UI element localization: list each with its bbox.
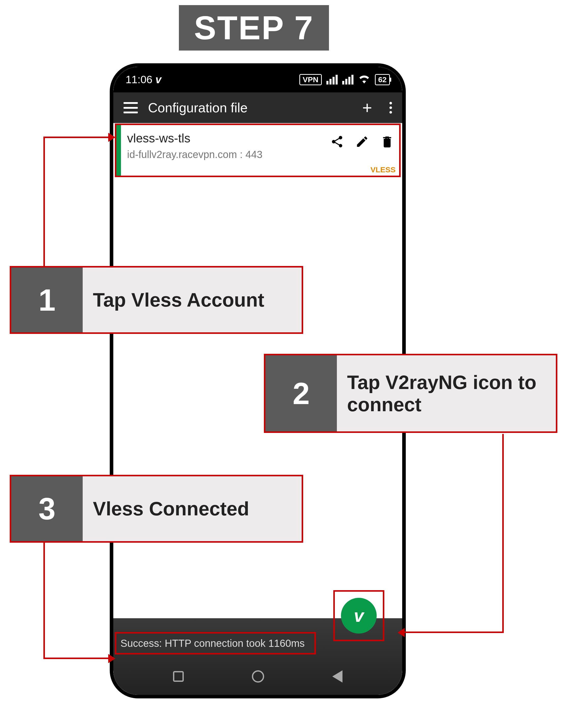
v2ray-icon: v xyxy=(354,605,364,626)
connector-3-line xyxy=(43,658,111,659)
callout-1-number: 1 xyxy=(11,268,83,332)
step-banner: STEP 7 xyxy=(179,5,329,51)
connector-2-arrow xyxy=(398,628,405,637)
callout-1: 1 Tap Vless Account xyxy=(10,266,303,334)
status-time: 11:06 v xyxy=(126,74,161,86)
connector-3-line xyxy=(43,543,45,658)
callout-1-text: Tap Vless Account xyxy=(83,268,302,332)
clock-text: 11:06 xyxy=(126,74,152,86)
fab-highlight: v xyxy=(333,590,384,641)
connector-1-line xyxy=(43,137,45,267)
wifi-icon xyxy=(358,73,370,86)
menu-icon[interactable] xyxy=(124,102,138,113)
signal-icon-2 xyxy=(342,75,353,84)
callout-2-number: 2 xyxy=(265,355,337,431)
protocol-label: VLESS xyxy=(371,165,396,174)
connector-2-line xyxy=(502,434,504,633)
callout-2: 2 Tap V2rayNG icon to connect xyxy=(264,354,557,433)
edit-icon[interactable] xyxy=(355,135,369,150)
nav-recent-icon[interactable] xyxy=(173,671,184,682)
callout-2-text: Tap V2rayNG icon to connect xyxy=(337,355,556,431)
add-icon[interactable]: + xyxy=(362,98,372,117)
connect-fab[interactable]: v xyxy=(341,598,377,634)
nav-home-icon[interactable] xyxy=(252,670,264,683)
vpn-indicator: VPN xyxy=(299,74,322,85)
callout-3-number: 3 xyxy=(11,476,83,541)
battery-indicator: 62 xyxy=(375,74,390,85)
delete-icon[interactable] xyxy=(380,135,394,150)
status-bar: 11:06 v VPN 62 xyxy=(113,67,402,92)
success-toast: Success: HTTP connection took 1160ms xyxy=(115,632,316,654)
app-bar: Configuration file + xyxy=(113,92,402,123)
active-stripe xyxy=(116,125,121,176)
connector-1-arrow xyxy=(108,133,115,142)
signal-icon-1 xyxy=(326,75,338,84)
v2ray-status-icon: v xyxy=(155,74,161,86)
callout-3-text: Vless Connected xyxy=(83,476,302,541)
connector-3-arrow xyxy=(108,654,115,663)
nav-back-icon[interactable] xyxy=(332,670,342,683)
nav-bar xyxy=(113,661,402,692)
config-host: id-fullv2ray.racevpn.com : 443 xyxy=(127,149,394,160)
callout-3: 3 Vless Connected xyxy=(10,475,303,543)
more-icon[interactable] xyxy=(389,102,392,114)
app-title: Configuration file xyxy=(148,100,352,115)
connector-2-line xyxy=(403,632,503,633)
share-icon[interactable] xyxy=(330,135,344,150)
config-item[interactable]: vless-ws-tls id-fullv2ray.racevpn.com : … xyxy=(115,124,401,177)
connector-1-line xyxy=(43,137,111,138)
